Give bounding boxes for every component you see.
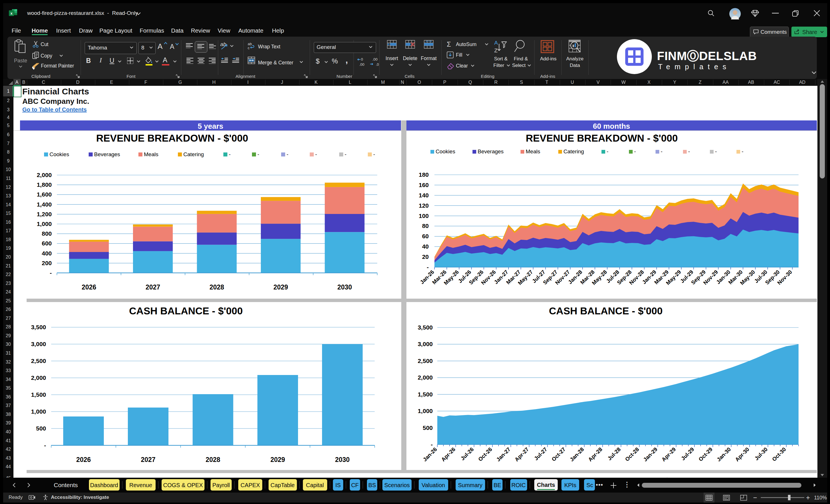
svg-text:140: 140 xyxy=(419,192,429,198)
svg-text:180: 180 xyxy=(419,171,429,178)
svg-text:2027: 2027 xyxy=(146,283,160,291)
svg-text:1,600: 1,600 xyxy=(37,191,52,198)
svg-text:-: - xyxy=(634,149,636,154)
svg-text:Beverages: Beverages xyxy=(478,149,504,154)
svg-text:Meals: Meals xyxy=(144,151,158,157)
svg-text:2,000: 2,000 xyxy=(37,171,52,178)
svg-text:3,500: 3,500 xyxy=(31,324,46,330)
svg-text:20: 20 xyxy=(422,253,429,260)
svg-text:Catering: Catering xyxy=(564,149,584,154)
svg-text:-: - xyxy=(44,442,46,448)
svg-text:600: 600 xyxy=(42,240,52,247)
svg-text:1,000: 1,000 xyxy=(418,408,433,414)
svg-text:2028: 2028 xyxy=(210,283,224,291)
svg-text:-: - xyxy=(427,264,429,270)
svg-text:REVENUE BREAKDOWN - $'000: REVENUE BREAKDOWN - $'000 xyxy=(526,132,677,144)
svg-text:CASH BALANCE - $'000: CASH BALANCE - $'000 xyxy=(549,305,662,316)
svg-text:160: 160 xyxy=(419,182,429,188)
svg-text:2,000: 2,000 xyxy=(31,374,46,381)
svg-text:3,500: 3,500 xyxy=(418,324,433,330)
svg-text:1,800: 1,800 xyxy=(37,181,52,188)
svg-text:-: - xyxy=(287,151,288,157)
svg-text:Beverages: Beverages xyxy=(94,151,120,157)
svg-text:200: 200 xyxy=(42,260,52,266)
svg-text:.00: .00 xyxy=(359,62,364,67)
svg-text:100: 100 xyxy=(419,213,429,219)
svg-text:-: - xyxy=(715,149,717,154)
svg-text:2028: 2028 xyxy=(205,456,220,463)
svg-text:1,500: 1,500 xyxy=(31,391,46,398)
svg-text:ab: ab xyxy=(248,42,252,46)
svg-text:2,500: 2,500 xyxy=(31,357,46,364)
svg-text:Cookies: Cookies xyxy=(50,151,69,157)
svg-text:0: 0 xyxy=(361,57,363,62)
svg-text:2029: 2029 xyxy=(270,456,285,463)
svg-text:2,500: 2,500 xyxy=(418,357,433,364)
svg-text:500: 500 xyxy=(423,424,433,431)
svg-text:2027: 2027 xyxy=(141,456,155,463)
svg-text:2026: 2026 xyxy=(82,283,96,291)
svg-text:-: - xyxy=(661,149,662,154)
svg-text:-: - xyxy=(607,149,608,154)
svg-text:-: - xyxy=(742,149,743,154)
svg-text:Z: Z xyxy=(494,48,498,54)
svg-text:3,000: 3,000 xyxy=(31,341,46,347)
svg-text:1,000: 1,000 xyxy=(31,408,46,415)
svg-text:2,000: 2,000 xyxy=(418,374,433,381)
svg-text:-: - xyxy=(345,151,346,157)
svg-text:1,500: 1,500 xyxy=(418,391,433,398)
svg-text:.00: .00 xyxy=(372,57,378,62)
svg-text:1,400: 1,400 xyxy=(37,201,52,208)
svg-text:2030: 2030 xyxy=(337,283,352,291)
svg-text:80: 80 xyxy=(422,223,429,229)
svg-text:400: 400 xyxy=(42,250,52,257)
svg-text:60: 60 xyxy=(422,233,429,240)
svg-text:1,000: 1,000 xyxy=(37,221,52,227)
svg-text:2029: 2029 xyxy=(274,283,288,291)
svg-text:-: - xyxy=(688,149,690,154)
svg-text:800: 800 xyxy=(42,230,52,237)
svg-text:Meals: Meals xyxy=(526,149,540,154)
svg-text:2026: 2026 xyxy=(76,456,91,463)
svg-text:40: 40 xyxy=(422,243,429,250)
svg-text:CASH BALANCE - $'000: CASH BALANCE - $'000 xyxy=(129,305,243,316)
svg-text:.0: .0 xyxy=(376,62,379,67)
svg-text:Cookies: Cookies xyxy=(436,149,455,154)
svg-text:500: 500 xyxy=(36,425,46,432)
svg-text:Catering: Catering xyxy=(183,151,204,157)
svg-text:-: - xyxy=(257,151,259,157)
svg-text:A: A xyxy=(494,40,498,46)
svg-text:2030: 2030 xyxy=(335,456,350,463)
svg-text:-: - xyxy=(373,151,375,157)
svg-text:-: - xyxy=(50,270,52,276)
svg-text:-: - xyxy=(229,151,230,157)
svg-text:3,000: 3,000 xyxy=(418,341,433,347)
svg-text:x: x xyxy=(10,11,12,15)
svg-text:-: - xyxy=(315,151,317,157)
svg-text:1,200: 1,200 xyxy=(37,211,52,217)
svg-text:c: c xyxy=(248,46,250,50)
svg-text:120: 120 xyxy=(419,202,429,209)
svg-text:REVENUE BREAKDOWN - $'000: REVENUE BREAKDOWN - $'000 xyxy=(96,132,248,144)
svg-text:-: - xyxy=(431,441,433,448)
